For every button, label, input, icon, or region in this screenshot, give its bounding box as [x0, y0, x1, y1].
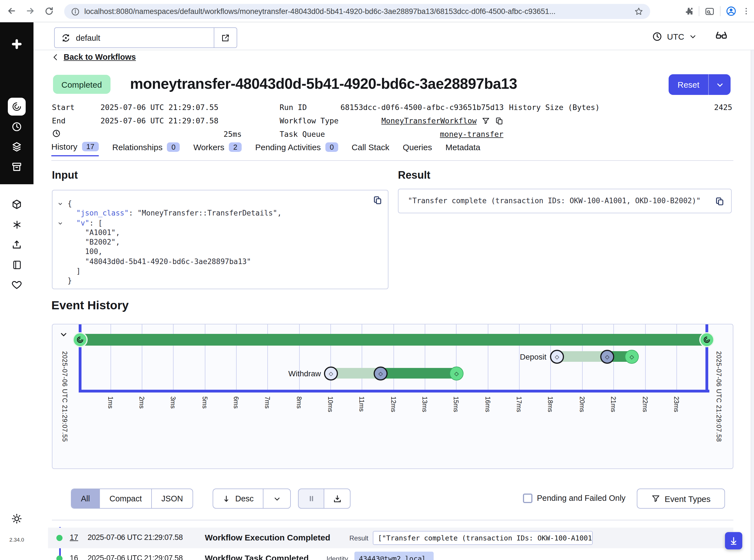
activity-running-bar: [381, 368, 456, 379]
duration-clock-icon: [52, 129, 61, 138]
sort-desc-button[interactable]: Desc: [212, 488, 263, 508]
workflow-type-link[interactable]: MoneyTransferWorkflow: [382, 116, 476, 125]
activity-started-marker[interactable]: ◇: [374, 366, 388, 380]
event-id-link[interactable]: 16: [70, 554, 78, 560]
workflow-execution-bar[interactable]: [80, 334, 707, 346]
timeline-bottom-axis: [80, 390, 709, 393]
info-icon[interactable]: [71, 7, 80, 16]
time-tick: 17ms: [516, 396, 523, 412]
history-size-label: History Size (Bytes): [509, 103, 600, 112]
activity-completed-marker[interactable]: ◇: [625, 350, 639, 364]
download-button[interactable]: [324, 488, 350, 508]
tab-relationships[interactable]: Relationships0: [112, 142, 180, 156]
back-to-workflows-link[interactable]: Back to Workflows: [52, 53, 136, 61]
time-tick: 2ms: [138, 396, 145, 408]
event-row[interactable]: 16 2025-07-06 UTC 21:29:07.58 Workflow T…: [48, 548, 733, 560]
event-row[interactable]: 17 2025-07-06 UTC 21:29:07.58 Workflow E…: [48, 527, 733, 548]
forward-icon[interactable]: [22, 3, 38, 19]
activity-scheduled-marker[interactable]: ◇: [550, 350, 564, 364]
sidebar-item-docs[interactable]: [10, 258, 23, 271]
pending-failed-checkbox[interactable]: [523, 494, 532, 503]
tab-pending-activities[interactable]: Pending Activities0: [255, 142, 338, 156]
activity-completed-marker[interactable]: ◇: [450, 366, 464, 380]
namespace-selector[interactable]: default: [54, 27, 237, 48]
task-queue-link[interactable]: money-transfer: [440, 129, 504, 138]
time-tick: 18ms: [547, 396, 554, 412]
side-panel-search-icon[interactable]: [704, 6, 715, 17]
chrome-actions: [684, 0, 751, 22]
sidebar-item-archive[interactable]: [10, 160, 23, 174]
sidebar-item-workflows[interactable]: [8, 98, 26, 116]
view-compact-button[interactable]: Compact: [100, 489, 152, 508]
clock-icon: [652, 31, 663, 42]
tab-queries[interactable]: Queries: [403, 142, 432, 156]
labs-glasses-icon[interactable]: [715, 29, 728, 42]
activity-scheduled-marker[interactable]: ◇: [324, 366, 338, 380]
result-value: "Transfer complete (transaction IDs: OKW…: [408, 196, 715, 206]
event-name: Workflow Task Completed: [205, 553, 309, 560]
view-all-button[interactable]: All: [72, 489, 100, 508]
activity-started-marker[interactable]: ◇: [600, 350, 614, 364]
time-tick: 3ms: [170, 396, 176, 408]
extensions-icon[interactable]: [684, 6, 694, 16]
input-json-box: { "json_class": "MoneyTransfer::Transfer…: [52, 190, 388, 289]
time-tick: 5ms: [202, 396, 208, 408]
back-icon[interactable]: [3, 3, 19, 19]
activity-label: Withdraw: [288, 369, 321, 378]
event-id-link[interactable]: 17: [70, 533, 78, 542]
tab-metadata[interactable]: Metadata: [445, 142, 480, 156]
workflow-start-marker[interactable]: [73, 332, 88, 347]
menu-dots-icon[interactable]: [742, 7, 751, 16]
theme-sun-icon[interactable]: [10, 512, 23, 525]
detail-tabs: History17 Relationships0 Workers2 Pendin…: [52, 142, 480, 156]
sidebar-item-labs[interactable]: [10, 218, 23, 231]
tab-history[interactable]: History17: [52, 142, 99, 156]
view-mode-segmented: All Compact JSON: [71, 488, 193, 508]
filter-funnel-icon[interactable]: [482, 117, 490, 125]
profile-icon[interactable]: [726, 5, 737, 17]
namespace-icon: [61, 33, 71, 43]
pause-button[interactable]: [298, 488, 324, 508]
tab-workers[interactable]: Workers2: [193, 142, 242, 156]
star-icon[interactable]: [634, 7, 644, 16]
chevron-left-icon: [52, 53, 60, 61]
sidebar-item-feedback[interactable]: [10, 278, 23, 292]
namespace-external-link[interactable]: [214, 28, 237, 47]
sidebar-item-nexus[interactable]: [10, 198, 23, 211]
app-topbar: default UTC: [34, 22, 754, 50]
address-bar[interactable]: localhost:8080/namespaces/default/workfl…: [64, 4, 650, 19]
tab-count: 0: [325, 142, 338, 152]
sidebar-item-schedules[interactable]: [10, 120, 23, 134]
workflow-end-marker[interactable]: [699, 332, 714, 347]
filter-funnel-icon: [651, 494, 660, 503]
reset-button[interactable]: Reset: [669, 74, 708, 95]
event-types-button[interactable]: Event Types: [637, 488, 725, 508]
timeline-collapse-chevron-icon[interactable]: [59, 330, 68, 339]
view-json-button[interactable]: JSON: [152, 489, 192, 508]
time-tick: 1ms: [107, 396, 114, 408]
time-tick: 23ms: [673, 396, 680, 412]
timezone-selector[interactable]: UTC: [652, 22, 697, 50]
sidebar: 2.34.0: [0, 22, 34, 560]
temporal-logo[interactable]: [10, 37, 23, 51]
browser-scrollbar[interactable]: [751, 22, 754, 560]
sidebar-item-deployments[interactable]: [10, 140, 23, 154]
reload-icon[interactable]: [41, 3, 57, 19]
url-text[interactable]: localhost:8080/namespaces/default/workfl…: [84, 7, 634, 16]
copy-icon[interactable]: [715, 196, 725, 206]
copy-icon[interactable]: [495, 117, 504, 125]
time-tick: 8ms: [296, 396, 303, 408]
sort-dropdown-button[interactable]: [263, 488, 291, 508]
task-queue-label: Task Queue: [280, 129, 325, 138]
namespace-name: default: [76, 33, 100, 42]
collapse-chevron-icon[interactable]: [58, 201, 65, 206]
tab-call-stack[interactable]: Call Stack: [352, 142, 389, 156]
sidebar-item-import[interactable]: [10, 238, 23, 251]
scroll-to-bottom-button[interactable]: [725, 532, 742, 549]
copy-icon[interactable]: [373, 195, 382, 205]
reset-dropdown-button[interactable]: [708, 74, 731, 95]
download-icon: [332, 494, 342, 503]
run-id-value: 68153dcc-d0f6-4500-afbc-c93651b75d13: [341, 103, 504, 112]
collapse-chevron-icon[interactable]: [58, 221, 65, 226]
time-tick: 10ms: [327, 396, 334, 412]
